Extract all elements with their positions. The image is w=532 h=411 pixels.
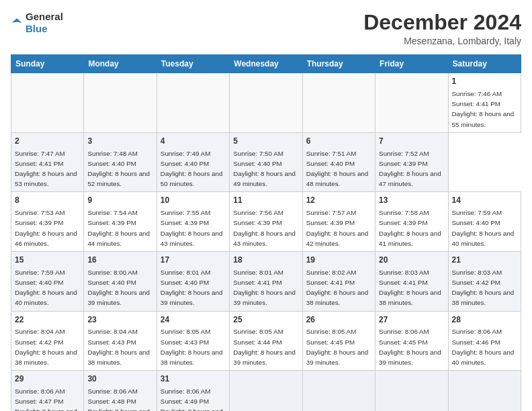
day-number: 21 (452, 255, 517, 266)
calendar-week-2: 2Sunrise: 7:47 AMSunset: 4:41 PMDaylight… (11, 132, 521, 192)
day-number: 13 (379, 195, 444, 206)
day-cell-25: 25Sunrise: 8:05 AMSunset: 4:44 PMDayligh… (230, 311, 302, 371)
day-number: 8 (15, 195, 80, 206)
logo: General Blue (11, 11, 63, 35)
empty-cell (11, 73, 84, 133)
day-info: Sunrise: 8:06 AMSunset: 4:48 PMDaylight:… (87, 387, 150, 411)
empty-cell (84, 73, 157, 133)
svg-marker-0 (12, 18, 22, 23)
day-info: Sunrise: 7:53 AMSunset: 4:39 PMDaylight:… (15, 209, 77, 247)
day-number: 9 (87, 195, 152, 206)
day-info: Sunrise: 8:06 AMSunset: 4:45 PMDaylight:… (379, 328, 441, 366)
header-day-thursday: Thursday (302, 55, 375, 73)
day-info: Sunrise: 7:55 AMSunset: 4:39 PMDaylight:… (161, 209, 223, 247)
day-number: 16 (87, 255, 152, 266)
day-number: 25 (233, 314, 298, 326)
day-info: Sunrise: 8:05 AMSunset: 4:44 PMDaylight:… (233, 328, 296, 366)
empty-cell (230, 73, 302, 133)
day-info: Sunrise: 8:05 AMSunset: 4:43 PMDaylight:… (161, 328, 223, 366)
day-info: Sunrise: 8:00 AMSunset: 4:40 PMDaylight:… (87, 269, 150, 307)
day-info: Sunrise: 7:54 AMSunset: 4:39 PMDaylight:… (87, 209, 150, 247)
empty-cell (302, 371, 375, 411)
day-number: 26 (306, 314, 371, 326)
day-cell-22: 22Sunrise: 8:04 AMSunset: 4:42 PMDayligh… (11, 311, 84, 371)
day-number: 30 (87, 373, 152, 385)
empty-cell (375, 73, 448, 133)
day-cell-11: 11Sunrise: 7:56 AMSunset: 4:39 PMDayligh… (230, 192, 302, 252)
day-cell-14: 14Sunrise: 7:59 AMSunset: 4:40 PMDayligh… (448, 192, 521, 252)
day-info: Sunrise: 7:59 AMSunset: 4:40 PMDaylight:… (452, 209, 515, 247)
day-info: Sunrise: 7:56 AMSunset: 4:39 PMDaylight:… (233, 209, 296, 247)
day-cell-24: 24Sunrise: 8:05 AMSunset: 4:43 PMDayligh… (157, 311, 229, 371)
header-day-wednesday: Wednesday (230, 55, 302, 73)
day-cell-2: 2Sunrise: 7:47 AMSunset: 4:41 PMDaylight… (11, 132, 84, 192)
day-number: 11 (233, 195, 298, 206)
day-number: 5 (233, 136, 298, 147)
day-cell-5: 5Sunrise: 7:50 AMSunset: 4:40 PMDaylight… (230, 132, 302, 192)
day-number: 4 (161, 136, 226, 147)
day-info: Sunrise: 8:02 AMSunset: 4:41 PMDaylight:… (306, 269, 369, 307)
day-info: Sunrise: 7:46 AMSunset: 4:41 PMDaylight:… (452, 90, 515, 128)
logo-text: General Blue (26, 11, 63, 35)
day-cell-21: 21Sunrise: 8:03 AMSunset: 4:42 PMDayligh… (448, 252, 521, 312)
day-info: Sunrise: 7:51 AMSunset: 4:40 PMDaylight:… (306, 150, 369, 188)
day-info: Sunrise: 8:04 AMSunset: 4:43 PMDaylight:… (87, 328, 150, 366)
day-number: 17 (161, 255, 226, 266)
day-number: 6 (306, 136, 371, 147)
empty-cell (302, 73, 375, 133)
page-header: General Blue December 2024 Mesenzana, Lo… (11, 11, 521, 46)
calendar-week-4: 15Sunrise: 7:59 AMSunset: 4:40 PMDayligh… (11, 252, 521, 312)
empty-cell (375, 371, 448, 411)
day-cell-30: 30Sunrise: 8:06 AMSunset: 4:48 PMDayligh… (84, 371, 157, 411)
day-cell-8: 8Sunrise: 7:53 AMSunset: 4:39 PMDaylight… (11, 192, 84, 252)
day-number: 1 (452, 76, 517, 87)
header-day-tuesday: Tuesday (157, 55, 229, 73)
day-cell-23: 23Sunrise: 8:04 AMSunset: 4:43 PMDayligh… (84, 311, 157, 371)
day-info: Sunrise: 8:04 AMSunset: 4:42 PMDaylight:… (15, 328, 77, 366)
day-info: Sunrise: 8:06 AMSunset: 4:47 PMDaylight:… (15, 387, 77, 411)
day-info: Sunrise: 8:06 AMSunset: 4:46 PMDaylight:… (452, 328, 515, 366)
calendar-week-3: 8Sunrise: 7:53 AMSunset: 4:39 PMDaylight… (11, 192, 521, 252)
day-info: Sunrise: 7:48 AMSunset: 4:40 PMDaylight:… (87, 150, 150, 188)
month-title: December 2024 (363, 11, 521, 34)
day-info: Sunrise: 7:57 AMSunset: 4:39 PMDaylight:… (306, 209, 369, 247)
calendar-week-1: 1Sunrise: 7:46 AMSunset: 4:41 PMDaylight… (11, 73, 521, 133)
day-number: 19 (306, 255, 371, 266)
day-cell-17: 17Sunrise: 8:01 AMSunset: 4:40 PMDayligh… (157, 252, 229, 312)
day-number: 12 (306, 195, 371, 206)
day-cell-31: 31Sunrise: 8:06 AMSunset: 4:49 PMDayligh… (157, 371, 229, 411)
day-info: Sunrise: 8:06 AMSunset: 4:49 PMDaylight:… (161, 387, 223, 411)
logo-icon (11, 17, 23, 29)
day-number: 28 (452, 314, 517, 326)
header-day-sunday: Sunday (11, 55, 84, 73)
day-cell-15: 15Sunrise: 7:59 AMSunset: 4:40 PMDayligh… (11, 252, 84, 312)
day-cell-9: 9Sunrise: 7:54 AMSunset: 4:39 PMDaylight… (84, 192, 157, 252)
day-cell-29: 29Sunrise: 8:06 AMSunset: 4:47 PMDayligh… (11, 371, 84, 411)
day-number: 29 (15, 373, 80, 385)
day-info: Sunrise: 7:59 AMSunset: 4:40 PMDaylight:… (15, 269, 77, 307)
day-number: 2 (15, 136, 80, 147)
day-number: 3 (87, 136, 152, 147)
day-number: 24 (161, 314, 226, 326)
calendar-header-row: SundayMondayTuesdayWednesdayThursdayFrid… (11, 55, 521, 73)
day-info: Sunrise: 7:47 AMSunset: 4:41 PMDaylight:… (15, 150, 77, 188)
day-cell-10: 10Sunrise: 7:55 AMSunset: 4:39 PMDayligh… (157, 192, 229, 252)
day-info: Sunrise: 8:03 AMSunset: 4:42 PMDaylight:… (452, 269, 515, 307)
calendar-table: SundayMondayTuesdayWednesdayThursdayFrid… (11, 54, 521, 411)
day-info: Sunrise: 7:52 AMSunset: 4:39 PMDaylight:… (379, 150, 441, 188)
day-cell-12: 12Sunrise: 7:57 AMSunset: 4:39 PMDayligh… (302, 192, 375, 252)
calendar-body: 1Sunrise: 7:46 AMSunset: 4:41 PMDaylight… (11, 73, 521, 411)
day-number: 10 (161, 195, 226, 206)
day-cell-27: 27Sunrise: 8:06 AMSunset: 4:45 PMDayligh… (375, 311, 448, 371)
day-info: Sunrise: 7:50 AMSunset: 4:40 PMDaylight:… (233, 150, 296, 188)
header-day-saturday: Saturday (448, 55, 521, 73)
day-number: 22 (15, 314, 80, 326)
day-number: 23 (87, 314, 152, 326)
day-cell-16: 16Sunrise: 8:00 AMSunset: 4:40 PMDayligh… (84, 252, 157, 312)
day-number: 31 (161, 373, 226, 385)
title-area: December 2024 Mesenzana, Lombardy, Italy (363, 11, 521, 46)
location-title: Mesenzana, Lombardy, Italy (363, 36, 521, 46)
calendar-week-6: 29Sunrise: 8:06 AMSunset: 4:47 PMDayligh… (11, 371, 521, 411)
day-cell-19: 19Sunrise: 8:02 AMSunset: 4:41 PMDayligh… (302, 252, 375, 312)
calendar-week-5: 22Sunrise: 8:04 AMSunset: 4:42 PMDayligh… (11, 311, 521, 371)
